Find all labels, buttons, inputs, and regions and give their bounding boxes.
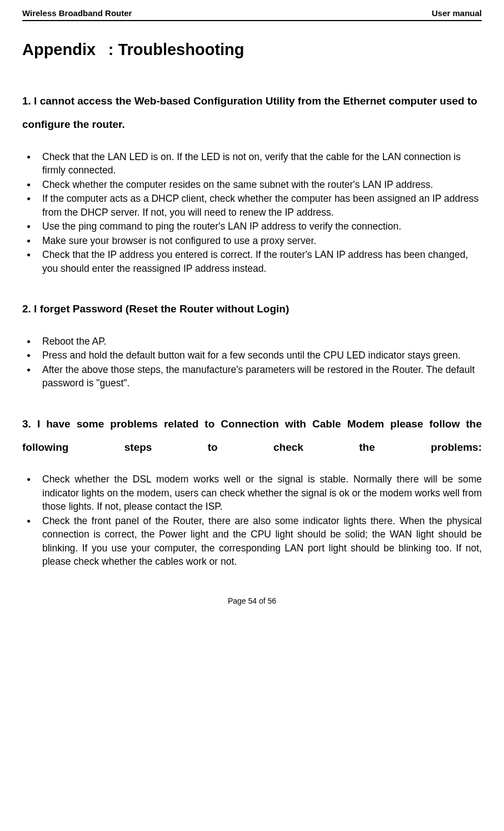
list-item: Check the front panel of the Router, the… — [42, 514, 482, 569]
section-3-bullets: Check whether the DSL modem works well o… — [42, 472, 482, 569]
page-header: Wireless Broadband Router User manual — [22, 8, 482, 21]
section-1-bullets: Check that the LAN LED is on. If the LED… — [42, 150, 482, 276]
list-item: Check that the IP address you entered is… — [42, 248, 482, 275]
page-footer: Page 54 of 56 — [22, 596, 482, 605]
section-1-heading: 1. I cannot access the Web-based Configu… — [22, 89, 482, 136]
section-3-heading: 3. I have some problems related to Conne… — [22, 412, 482, 459]
list-item: If the computer acts as a DHCP client, c… — [42, 192, 482, 219]
list-item: Check whether the DSL modem works well o… — [42, 472, 482, 514]
list-item: Use the ping command to ping the router'… — [42, 220, 482, 233]
section-2-heading: 2. I forget Password (Reset the Router w… — [22, 297, 482, 321]
list-item: Check whether the computer resides on th… — [42, 178, 482, 192]
list-item: Make sure your browser is not configured… — [42, 234, 482, 248]
list-item: After the above those steps, the manufac… — [42, 363, 482, 390]
header-right: User manual — [432, 8, 482, 18]
header-left: Wireless Broadband Router — [22, 8, 132, 18]
section-2-bullets: Reboot the AP. Press and hold the defaul… — [42, 335, 482, 390]
list-item: Press and hold the default button wait f… — [42, 349, 482, 362]
appendix-title: Appendix : Troubleshooting — [22, 41, 482, 59]
list-item: Reboot the AP. — [42, 335, 482, 349]
list-item: Check that the LAN LED is on. If the LED… — [42, 150, 482, 177]
